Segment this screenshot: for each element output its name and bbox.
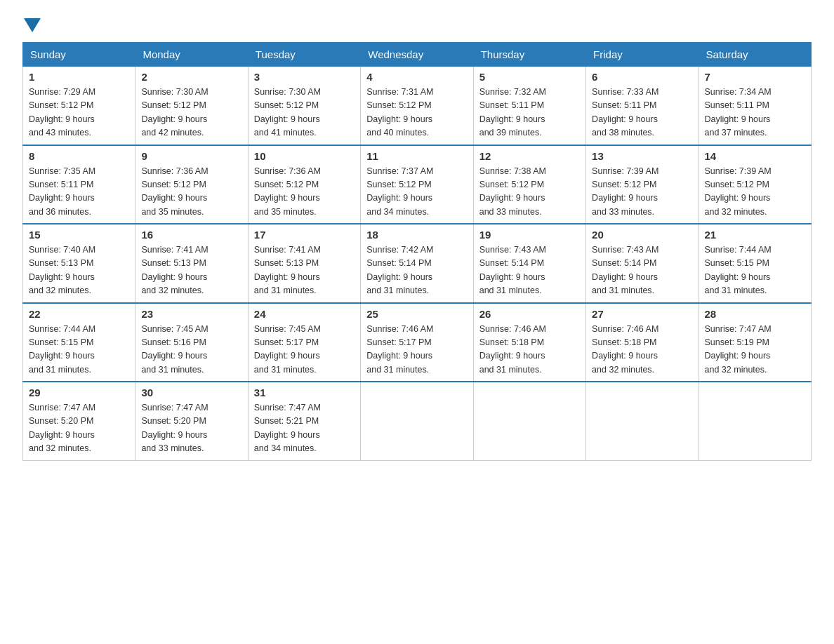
calendar-week-row: 15 Sunrise: 7:40 AM Sunset: 5:13 PM Dayl… [23,224,812,303]
day-info: Sunrise: 7:47 AM Sunset: 5:20 PM Dayligh… [141,401,241,456]
day-number: 16 [141,229,241,241]
calendar-cell: 11 Sunrise: 7:37 AM Sunset: 5:12 PM Dayl… [361,145,473,224]
day-info: Sunrise: 7:44 AM Sunset: 5:15 PM Dayligh… [29,323,129,377]
day-number: 23 [141,308,241,320]
calendar-header-row: SundayMondayTuesdayWednesdayThursdayFrid… [23,43,812,67]
calendar-week-row: 8 Sunrise: 7:35 AM Sunset: 5:11 PM Dayli… [23,145,812,224]
day-number: 19 [479,229,580,241]
calendar-cell: 5 Sunrise: 7:32 AM Sunset: 5:11 PM Dayli… [473,67,585,145]
calendar-cell: 27 Sunrise: 7:46 AM Sunset: 5:18 PM Dayl… [586,303,699,382]
calendar-cell: 21 Sunrise: 7:44 AM Sunset: 5:15 PM Dayl… [699,224,811,303]
day-info: Sunrise: 7:31 AM Sunset: 5:12 PM Dayligh… [366,86,467,140]
day-number: 25 [366,308,467,320]
day-number: 8 [29,150,129,162]
calendar-cell: 6 Sunrise: 7:33 AM Sunset: 5:11 PM Dayli… [586,67,699,145]
day-number: 24 [254,308,355,320]
day-number: 9 [141,150,241,162]
calendar-table: SundayMondayTuesdayWednesdayThursdayFrid… [22,42,812,461]
calendar-cell: 29 Sunrise: 7:47 AM Sunset: 5:20 PM Dayl… [23,382,135,460]
calendar-cell: 26 Sunrise: 7:46 AM Sunset: 5:18 PM Dayl… [473,303,585,382]
day-number: 14 [705,150,805,162]
calendar-cell: 12 Sunrise: 7:38 AM Sunset: 5:12 PM Dayl… [473,145,585,224]
day-info: Sunrise: 7:46 AM Sunset: 5:18 PM Dayligh… [592,323,692,377]
calendar-week-row: 1 Sunrise: 7:29 AM Sunset: 5:12 PM Dayli… [23,67,812,145]
day-number: 17 [254,229,355,241]
day-info: Sunrise: 7:30 AM Sunset: 5:12 PM Dayligh… [141,86,241,140]
day-info: Sunrise: 7:35 AM Sunset: 5:11 PM Dayligh… [29,165,129,220]
day-number: 7 [705,71,805,83]
day-info: Sunrise: 7:38 AM Sunset: 5:12 PM Dayligh… [479,165,580,220]
day-number: 29 [29,387,129,398]
page-header [22,17,812,29]
calendar-cell: 30 Sunrise: 7:47 AM Sunset: 5:20 PM Dayl… [135,382,248,460]
day-info: Sunrise: 7:30 AM Sunset: 5:12 PM Dayligh… [254,86,355,140]
col-header-thursday: Thursday [473,43,585,67]
calendar-cell: 8 Sunrise: 7:35 AM Sunset: 5:11 PM Dayli… [23,145,135,224]
day-number: 18 [366,229,467,241]
calendar-cell: 2 Sunrise: 7:30 AM Sunset: 5:12 PM Dayli… [135,67,248,145]
calendar-cell: 18 Sunrise: 7:42 AM Sunset: 5:14 PM Dayl… [361,224,473,303]
calendar-cell: 28 Sunrise: 7:47 AM Sunset: 5:19 PM Dayl… [699,303,811,382]
calendar-week-row: 22 Sunrise: 7:44 AM Sunset: 5:15 PM Dayl… [23,303,812,382]
day-number: 22 [29,308,129,320]
calendar-cell: 20 Sunrise: 7:43 AM Sunset: 5:14 PM Dayl… [586,224,699,303]
day-info: Sunrise: 7:41 AM Sunset: 5:13 PM Dayligh… [254,243,355,298]
day-info: Sunrise: 7:45 AM Sunset: 5:16 PM Dayligh… [141,323,241,377]
calendar-cell: 10 Sunrise: 7:36 AM Sunset: 5:12 PM Dayl… [248,145,360,224]
calendar-cell: 25 Sunrise: 7:46 AM Sunset: 5:17 PM Dayl… [361,303,473,382]
day-info: Sunrise: 7:42 AM Sunset: 5:14 PM Dayligh… [366,243,467,298]
calendar-cell: 23 Sunrise: 7:45 AM Sunset: 5:16 PM Dayl… [135,303,248,382]
day-number: 21 [705,229,805,241]
day-number: 1 [29,71,129,83]
col-header-monday: Monday [135,43,248,67]
day-info: Sunrise: 7:37 AM Sunset: 5:12 PM Dayligh… [366,165,467,220]
day-info: Sunrise: 7:43 AM Sunset: 5:14 PM Dayligh… [479,243,580,298]
day-info: Sunrise: 7:46 AM Sunset: 5:17 PM Dayligh… [366,323,467,377]
day-info: Sunrise: 7:29 AM Sunset: 5:12 PM Dayligh… [29,86,129,140]
day-info: Sunrise: 7:47 AM Sunset: 5:19 PM Dayligh… [705,323,805,377]
calendar-cell [361,382,473,460]
calendar-cell: 31 Sunrise: 7:47 AM Sunset: 5:21 PM Dayl… [248,382,360,460]
calendar-cell: 22 Sunrise: 7:44 AM Sunset: 5:15 PM Dayl… [23,303,135,382]
calendar-week-row: 29 Sunrise: 7:47 AM Sunset: 5:20 PM Dayl… [23,382,812,460]
day-number: 4 [366,71,467,83]
day-info: Sunrise: 7:34 AM Sunset: 5:11 PM Dayligh… [705,86,805,140]
day-number: 15 [29,229,129,241]
day-number: 31 [254,387,355,398]
day-number: 27 [592,308,692,320]
calendar-cell: 24 Sunrise: 7:45 AM Sunset: 5:17 PM Dayl… [248,303,360,382]
calendar-cell: 9 Sunrise: 7:36 AM Sunset: 5:12 PM Dayli… [135,145,248,224]
day-info: Sunrise: 7:43 AM Sunset: 5:14 PM Dayligh… [592,243,692,298]
day-number: 2 [141,71,241,83]
day-info: Sunrise: 7:45 AM Sunset: 5:17 PM Dayligh… [254,323,355,377]
day-info: Sunrise: 7:41 AM Sunset: 5:13 PM Dayligh… [141,243,241,298]
logo-arrow-icon [24,18,41,32]
day-info: Sunrise: 7:36 AM Sunset: 5:12 PM Dayligh… [254,165,355,220]
day-info: Sunrise: 7:39 AM Sunset: 5:12 PM Dayligh… [592,165,692,220]
day-info: Sunrise: 7:46 AM Sunset: 5:18 PM Dayligh… [479,323,580,377]
day-info: Sunrise: 7:39 AM Sunset: 5:12 PM Dayligh… [705,165,805,220]
col-header-saturday: Saturday [699,43,811,67]
day-info: Sunrise: 7:32 AM Sunset: 5:11 PM Dayligh… [479,86,580,140]
calendar-cell: 1 Sunrise: 7:29 AM Sunset: 5:12 PM Dayli… [23,67,135,145]
day-number: 5 [479,71,580,83]
day-number: 30 [141,387,241,398]
calendar-cell: 17 Sunrise: 7:41 AM Sunset: 5:13 PM Dayl… [248,224,360,303]
calendar-cell: 4 Sunrise: 7:31 AM Sunset: 5:12 PM Dayli… [361,67,473,145]
col-header-tuesday: Tuesday [248,43,360,67]
calendar-cell: 19 Sunrise: 7:43 AM Sunset: 5:14 PM Dayl… [473,224,585,303]
day-info: Sunrise: 7:36 AM Sunset: 5:12 PM Dayligh… [141,165,241,220]
day-number: 6 [592,71,692,83]
calendar-cell [699,382,811,460]
calendar-cell: 7 Sunrise: 7:34 AM Sunset: 5:11 PM Dayli… [699,67,811,145]
col-header-wednesday: Wednesday [361,43,473,67]
day-number: 20 [592,229,692,241]
calendar-cell [473,382,585,460]
col-header-friday: Friday [586,43,699,67]
day-number: 3 [254,71,355,83]
calendar-cell: 16 Sunrise: 7:41 AM Sunset: 5:13 PM Dayl… [135,224,248,303]
day-info: Sunrise: 7:47 AM Sunset: 5:21 PM Dayligh… [254,401,355,456]
calendar-cell: 3 Sunrise: 7:30 AM Sunset: 5:12 PM Dayli… [248,67,360,145]
calendar-cell: 13 Sunrise: 7:39 AM Sunset: 5:12 PM Dayl… [586,145,699,224]
calendar-cell: 14 Sunrise: 7:39 AM Sunset: 5:12 PM Dayl… [699,145,811,224]
